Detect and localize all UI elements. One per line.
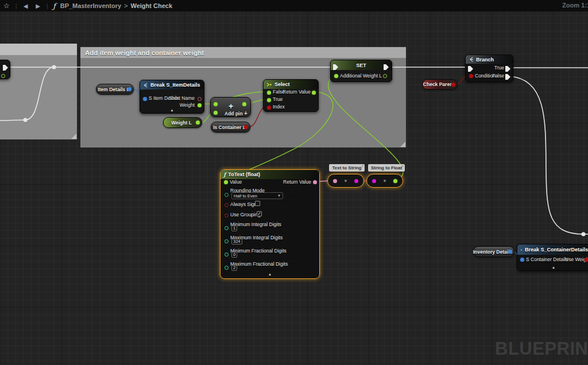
variable-node-weight-l[interactable]: Weight L xyxy=(163,117,202,128)
rounding-mode-dropdown[interactable]: Half to Even ▼ xyxy=(231,192,283,199)
back-arrow-icon[interactable]: ◀ xyxy=(24,3,28,9)
pin-label: Index xyxy=(273,104,285,110)
float-in-pin[interactable] xyxy=(214,102,218,106)
node-title: Select xyxy=(274,81,290,87)
variable-node-check-parent[interactable]: Check Parent xyxy=(422,79,458,90)
bool-out-pin[interactable] xyxy=(585,258,588,262)
float-out-pin[interactable] xyxy=(312,91,316,95)
struct-in-pin[interactable] xyxy=(520,258,524,262)
add-pin-button[interactable]: Add pin + xyxy=(225,110,247,117)
int-in-pin[interactable] xyxy=(225,226,229,230)
node-title: Text to String xyxy=(332,165,362,170)
input-value: 324 xyxy=(233,239,241,244)
variable-node-is-container[interactable]: Is Container L xyxy=(211,122,250,133)
struct-out-pin[interactable] xyxy=(508,250,512,254)
breadcrumb-root[interactable]: BP_MasterInventory xyxy=(60,2,121,9)
always-sign-checkbox[interactable] xyxy=(255,201,260,206)
bool-out-pin[interactable] xyxy=(451,83,455,87)
variable-node-item-details[interactable]: Item Details L xyxy=(96,84,134,95)
float-out-pin[interactable] xyxy=(383,74,387,78)
pin-label: True xyxy=(273,96,283,102)
string-out-pin[interactable] xyxy=(354,179,358,183)
float-in-pin[interactable] xyxy=(267,91,271,95)
pin-label: Maximum Fractional Digits xyxy=(230,261,288,267)
name-out-pin[interactable] xyxy=(198,97,202,101)
input-value: 0 xyxy=(233,252,235,257)
variable-label: Check Parent xyxy=(423,81,454,87)
node-string-to-float[interactable] xyxy=(366,174,403,188)
comment-title: Add item weight and container weight xyxy=(85,49,204,56)
pin-label: Weight xyxy=(180,102,195,108)
collapse-arrow[interactable]: ▲ xyxy=(268,273,272,277)
offscreen-node[interactable] xyxy=(0,60,10,79)
node-title: Break S_ContainerDetails xyxy=(525,247,588,253)
float-in-pin[interactable] xyxy=(334,74,338,78)
float-out-pin[interactable] xyxy=(242,102,246,106)
int-in-pin[interactable] xyxy=(225,239,229,243)
plus-icon: + xyxy=(229,102,233,111)
text-in-pin[interactable] xyxy=(333,179,337,183)
pin-label: Additional Weight L xyxy=(340,73,382,79)
exec-out-true-pin[interactable] xyxy=(505,66,510,72)
favorite-star-icon[interactable]: ☆ xyxy=(3,0,10,11)
node-break-containerdetails[interactable]: Break S_ContainerDetails S Container Det… xyxy=(517,244,588,271)
int-in-pin[interactable] xyxy=(225,253,229,257)
enum-in-pin[interactable] xyxy=(225,193,229,197)
min-integral-input[interactable]: 1 xyxy=(231,226,237,231)
float-out-pin[interactable] xyxy=(196,121,200,125)
forward-arrow-icon[interactable]: ▶ xyxy=(36,3,40,9)
branch-icon xyxy=(469,57,474,62)
graph-toolbar: ☆ | ◀ ▶ | ƒ BP_MasterInventory > Weight … xyxy=(0,0,588,11)
node-text-to-string[interactable] xyxy=(327,174,364,188)
int-in-pin[interactable] xyxy=(225,266,229,270)
comment-resize-handle[interactable] xyxy=(400,142,405,147)
struct-in-pin[interactable] xyxy=(143,97,147,101)
input-value: 1 xyxy=(233,226,235,231)
float-in-pin[interactable] xyxy=(214,111,218,115)
node-branch[interactable]: Branch Condition True False xyxy=(465,55,513,82)
pin-label: False xyxy=(492,73,504,79)
breadcrumb-current[interactable]: Weight Check xyxy=(131,2,173,9)
node-add[interactable]: + Add pin + xyxy=(210,97,251,117)
bool-out-pin[interactable] xyxy=(244,125,248,129)
struct-out-pin[interactable] xyxy=(127,87,131,91)
variable-label: Weight L xyxy=(171,120,192,126)
max-fractional-input[interactable]: 2 xyxy=(231,265,237,271)
bool-in-pin[interactable] xyxy=(267,106,271,110)
comment-header-main[interactable]: Add item weight and container weight xyxy=(80,47,406,58)
collapse-arrow[interactable]: ▲ xyxy=(170,108,173,112)
min-fractional-input[interactable]: 0 xyxy=(231,252,237,258)
max-integral-input[interactable]: 324 xyxy=(231,239,242,244)
bool-in-pin[interactable] xyxy=(225,213,229,218)
pin-label: Value xyxy=(230,179,242,185)
exec-out-false-pin[interactable] xyxy=(505,74,510,80)
float-in-pin[interactable] xyxy=(224,180,228,184)
float-out-pin[interactable] xyxy=(198,103,202,107)
node-totext-float[interactable]: ƒ ToText (float) Value Return Value Roun… xyxy=(220,169,320,279)
node-break-itemdetails[interactable]: Break S_ItemDetails S Item Details Short… xyxy=(140,80,204,114)
float-in-pin[interactable] xyxy=(267,98,271,102)
pin-label: Return Value xyxy=(283,89,311,95)
pin-label: Minimum Fractional Digits xyxy=(230,248,287,254)
variable-node-inventory-details[interactable]: Inventory Details xyxy=(473,246,514,257)
zoom-level-label: Zoom 1:1 xyxy=(562,2,588,9)
float-out-pin[interactable] xyxy=(1,74,5,78)
comment-body-left xyxy=(0,55,77,139)
exec-in-pin[interactable] xyxy=(468,66,473,72)
bool-in-pin[interactable] xyxy=(225,203,229,207)
text-out-pin[interactable] xyxy=(313,180,317,184)
node-title: SET xyxy=(356,63,366,68)
pin-label: Short Name xyxy=(169,95,195,101)
breadcrumb-separator: > xyxy=(124,2,127,9)
comment-resize-handle[interactable] xyxy=(71,134,76,139)
blueprint-watermark: BLUEPRINT xyxy=(495,339,588,359)
node-select[interactable]: Select False True Index Return Value xyxy=(263,79,319,112)
collapse-arrow[interactable]: ▲ xyxy=(552,266,555,270)
exec-out-pin[interactable] xyxy=(3,65,8,71)
comment-header-left[interactable] xyxy=(0,44,77,55)
float-out-pin[interactable] xyxy=(393,179,397,183)
string-in-pin[interactable] xyxy=(372,179,376,183)
node-set-additional-weight[interactable]: SET Additional Weight L xyxy=(330,60,392,82)
use-grouping-checkbox[interactable]: ✓ xyxy=(257,211,262,216)
bool-in-pin[interactable] xyxy=(469,74,473,78)
